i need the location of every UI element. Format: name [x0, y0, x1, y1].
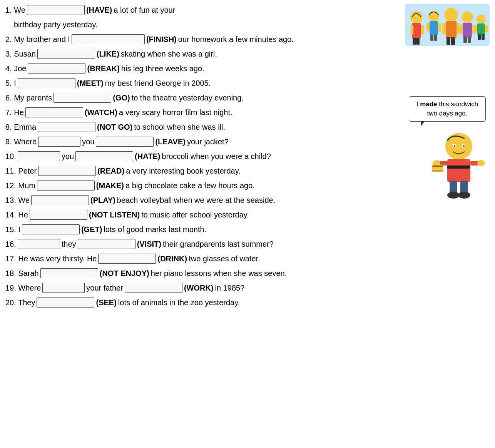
line-1-suffix: a lot of fun at your [114, 4, 175, 16]
input-16b[interactable] [78, 239, 135, 249]
line-3-verb: (LIKE) [97, 48, 119, 60]
svg-rect-16 [457, 23, 460, 34]
exercise-container: I made this sandwich two days ago. [5, 4, 490, 309]
line-8-verb: (NOT GO) [97, 121, 132, 133]
svg-rect-24 [468, 37, 471, 43]
input-10a[interactable] [18, 151, 60, 161]
line-18: 18. Sarah (NOT ENJOY) her piano lessons … [5, 267, 490, 279]
svg-rect-15 [442, 23, 446, 34]
line-16-prefix: 16. [5, 238, 16, 250]
svg-rect-5 [413, 38, 416, 45]
line-9-prefix: 9. Where [5, 135, 37, 148]
input-5a[interactable] [18, 78, 75, 88]
line-10-prefix: 10. [5, 150, 16, 162]
line-4-verb: (BREAK) [87, 62, 119, 75]
input-20a[interactable] [37, 298, 94, 308]
line-18-suffix: her piano lessons when she was seven. [151, 267, 287, 279]
input-16a[interactable] [18, 239, 60, 249]
bubble-bold: made [420, 100, 437, 108]
svg-point-25 [477, 15, 486, 24]
line-10-suffix: broccoli when you were a child? [162, 150, 271, 162]
line-8-prefix: 8. Emma [5, 121, 36, 133]
svg-rect-30 [482, 34, 485, 40]
input-15a[interactable] [22, 224, 80, 234]
line-14-prefix: 14. He [5, 209, 28, 221]
svg-rect-14 [446, 21, 457, 38]
line-6-verb: (GO) [113, 92, 130, 104]
line-4: 4. Joe (BREAK) his leg three weeks ago. [5, 62, 490, 75]
input-8a[interactable] [38, 122, 95, 132]
svg-rect-47 [432, 167, 443, 170]
input-4a[interactable] [28, 64, 85, 74]
svg-rect-8 [430, 21, 438, 35]
line-5-verb: (MEET) [77, 77, 104, 89]
input-11a[interactable] [38, 166, 96, 176]
input-19a[interactable] [42, 283, 85, 293]
line-12-prefix: 12. Mum [5, 179, 35, 192]
line-19-prefix: 19. Where [5, 282, 41, 294]
line-19-mid: your father [86, 282, 123, 294]
input-1a[interactable] [27, 5, 85, 15]
input-10b[interactable] [75, 151, 133, 161]
line-17: 17. He was very thirsty. He (DRINK) two … [5, 252, 490, 265]
input-14a[interactable] [30, 210, 87, 220]
line-2-suffix: our homework a few minutes ago. [178, 33, 294, 45]
line-16: 16. they (VISIT) their grandparents last… [5, 238, 490, 250]
line-13-suffix: beach volleyball when we were at the sea… [117, 194, 275, 206]
line-1-prefix: 1. We [5, 4, 25, 16]
line-8-suffix: to school when she was ill. [134, 121, 225, 133]
input-9a[interactable] [38, 137, 80, 147]
line-20-verb: (SEE) [96, 296, 116, 309]
line-6-suffix: to the theatre yesterday evening. [132, 92, 244, 104]
line-15-suffix: lots of good marks last month. [104, 223, 206, 236]
line-12-suffix: a big chocolate cake a few hours ago. [125, 179, 255, 192]
line-3-prefix: 3. Susan [5, 48, 36, 60]
svg-rect-37 [447, 165, 470, 169]
line-15: 15. I (GET) lots of good marks last mont… [5, 223, 490, 236]
svg-rect-26 [477, 23, 485, 35]
line-11-verb: (READ) [97, 165, 124, 177]
line-7-prefix: 7. He [5, 106, 24, 119]
line-17-verb: (DRINK) [157, 252, 187, 265]
input-2a[interactable] [72, 34, 145, 44]
svg-point-41 [477, 160, 485, 166]
svg-point-44 [447, 192, 460, 199]
line-2-prefix: 2. My brother and I [5, 33, 70, 45]
line-7-suffix: a very scary horror film last night. [119, 106, 232, 119]
input-7a[interactable] [25, 107, 83, 117]
svg-rect-23 [463, 37, 467, 43]
svg-point-34 [454, 145, 455, 147]
input-17a[interactable] [98, 254, 156, 264]
line-1-continuation: birthday party yesterday. [14, 18, 98, 31]
input-19b[interactable] [125, 283, 182, 293]
line-5-suffix: my best friend George in 2005. [105, 77, 211, 89]
line-18-prefix: 18. Sarah [5, 267, 39, 279]
input-6a[interactable] [54, 93, 111, 103]
svg-rect-28 [485, 25, 488, 32]
speech-bubble: I made this sandwich two days ago. [409, 96, 486, 122]
svg-rect-9 [426, 23, 430, 32]
line-10: 10. you (HATE) broccoli when you were a … [5, 150, 490, 162]
input-3a[interactable] [37, 49, 95, 59]
svg-rect-20 [463, 23, 472, 37]
input-12a[interactable] [37, 181, 95, 191]
line-13: 13. We (PLAY) beach volleyball when we w… [5, 194, 490, 206]
input-18a[interactable] [40, 268, 98, 278]
line-9-verb: (LEAVE) [155, 135, 186, 148]
svg-rect-4 [421, 25, 424, 35]
svg-rect-10 [438, 23, 441, 32]
line-11: 11. Peter (READ) a very interesting book… [5, 165, 490, 177]
line-5: 5. I (MEET) my best friend George in 200… [5, 77, 490, 89]
line-1-verb: (HAVE) [86, 4, 112, 16]
line-18-verb: (NOT ENJOY) [100, 267, 149, 279]
svg-point-7 [428, 11, 439, 22]
line-9-mid: you [82, 135, 94, 148]
line-20-suffix: lots of animals in the zoo yesterday. [118, 296, 240, 309]
svg-rect-11 [430, 35, 433, 41]
line-15-verb: (GET) [81, 223, 102, 236]
input-9b[interactable] [96, 137, 154, 147]
line-10-verb: (HATE) [135, 150, 160, 162]
line-13-verb: (PLAY) [90, 194, 115, 206]
line-20-prefix: 20. They [5, 296, 35, 309]
input-13a[interactable] [31, 195, 89, 205]
